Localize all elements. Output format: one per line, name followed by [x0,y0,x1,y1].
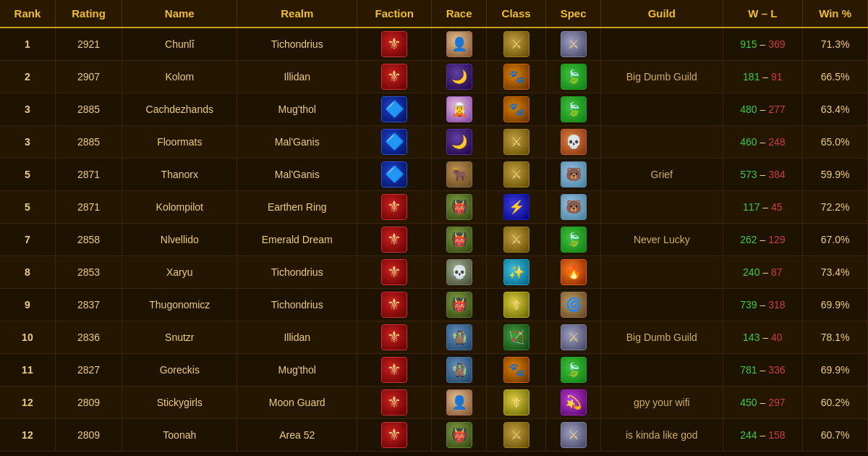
losses-value: 87 [771,266,783,278]
cell-name: Snutzr [122,321,237,354]
table-row[interactable]: 12 2809 Stickygirls Moon Guard ⚜ 👤 🗡 💫 g… [0,387,868,419]
faction-icon: ⚜ [381,64,407,90]
cell-spec: 🍃 [546,61,601,93]
losses-value: 277 [768,104,785,115]
table-row[interactable]: 7 2858 Nlvellido Emerald Dream ⚜ 👹 ⚔ 🍃 N… [0,224,868,256]
cell-name: Kolompilot [122,191,237,224]
cell-race: 👤 [432,387,487,419]
cell-race: 💀 [432,256,487,289]
losses-value: 336 [768,364,785,376]
cell-class: ⚔ [486,224,545,256]
cell-wl: 915 – 369 [723,28,803,61]
cell-rank: 9 [0,289,55,321]
cell-spec: ⚔ [546,321,601,354]
wins-value: 573 [740,169,757,180]
cell-name: Floormats [122,126,237,159]
table-header: Rank Rating Name Realm Faction Race Clas… [0,0,868,28]
spec-icon: 🌀 [561,292,587,318]
cell-faction: ⚜ [357,224,432,256]
cell-guild: is kinda like god [601,419,723,452]
cell-rank: 2 [0,61,55,93]
class-icon: 🗡 [503,389,529,415]
col-faction: Faction [357,0,432,28]
cell-rank: 10 [0,321,55,354]
col-guild: Guild [601,0,723,28]
cell-race: 🧌 [432,354,487,387]
cell-winpct: 65.0% [803,126,868,159]
cell-name: Thanorx [122,159,237,191]
cell-rank: 3 [0,126,55,159]
faction-icon: ⚜ [381,422,407,448]
table-row[interactable]: 3 2885 Cachdezhands Mug'thol 🔷 🧝 🐾 🍃 480 [0,93,868,126]
cell-spec: 🐻 [546,159,601,191]
cell-rating: 2827 [55,354,122,387]
cell-class: ⚔ [486,159,545,191]
cell-faction: 🔷 [357,93,432,126]
col-class: Class [486,0,545,28]
wl-dash: – [760,136,768,148]
cell-wl: 240 – 87 [723,256,803,289]
wl-dash: – [762,201,771,213]
cell-faction: 🔷 [357,159,432,191]
col-spec: Spec [546,0,601,28]
cell-spec: 🍃 [546,354,601,387]
cell-spec: 🍃 [546,93,601,126]
table-row[interactable]: 10 2836 Snutzr Illidan ⚜ 🧌 🏹 ⚔ Big Dumb … [0,321,868,354]
class-icon: ⚡ [503,194,529,220]
race-icon: 🐂 [446,161,472,187]
wins-value: 739 [740,299,757,311]
cell-wl: 739 – 318 [723,289,803,321]
cell-name: Toonah [122,419,237,452]
cell-rating: 2871 [55,159,122,191]
wins-value: 240 [743,266,760,278]
faction-icon: ⚜ [381,31,407,57]
cell-guild [601,289,723,321]
cell-faction: ⚜ [357,289,432,321]
cell-guild [601,256,723,289]
wl-dash: – [760,234,768,245]
cell-class: ⚔ [486,126,545,159]
table-row[interactable]: 8 2853 Xaryu Tichondrius ⚜ 💀 ✨ 🔥 240 [0,256,868,289]
cell-race: 🧝 [432,93,487,126]
wins-value: 450 [740,397,757,408]
cell-winpct: 78.1% [803,321,868,354]
table-row[interactable]: 5 2871 Kolompilot Earthen Ring ⚜ 👹 ⚡ 🐻 1… [0,191,868,224]
wins-value: 181 [743,71,760,83]
cell-winpct: 60.2% [803,387,868,419]
spec-icon: 💫 [561,389,587,415]
table-row[interactable]: 3 2885 Floormats Mal'Ganis 🔷 🌙 ⚔ 💀 460 [0,126,868,159]
cell-rating: 2921 [55,28,122,61]
table-row[interactable]: 9 2837 Thugonomicz Tichondrius ⚜ 👹 🗡 🌀 7… [0,289,868,321]
cell-spec: ⚔ [546,28,601,61]
cell-winpct: 73.4% [803,256,868,289]
spec-icon: 🍃 [561,64,587,90]
table-row[interactable]: 11 2827 Goreckis Mug'thol ⚜ 🧌 🐾 🍃 781 [0,354,868,387]
class-icon: ⚔ [503,161,529,187]
col-name: Name [122,0,237,28]
cell-rank: 11 [0,354,55,387]
cell-guild [601,354,723,387]
cell-name: Cachdezhands [122,93,237,126]
class-icon: 🐾 [503,64,529,90]
cell-rating: 2885 [55,93,122,126]
table-row[interactable]: 1 2921 Chunlî Tichondrius ⚜ 👤 ⚔ ⚔ 915 [0,28,868,61]
wl-dash: – [760,364,768,376]
cell-faction: ⚜ [357,387,432,419]
cell-rating: 2853 [55,256,122,289]
table-row[interactable]: 12 2809 Toonah Area 52 ⚜ 👹 ⚔ ⚔ is kinda … [0,419,868,452]
spec-icon: 🍃 [561,227,587,253]
spec-icon: 🍃 [561,357,587,383]
col-winpct: Win % [803,0,868,28]
table-row[interactable]: 5 2871 Thanorx Mal'Ganis 🔷 🐂 ⚔ 🐻 Grief 5… [0,159,868,191]
cell-name: Nlvellido [122,224,237,256]
cell-race: 🐂 [432,159,487,191]
cell-realm: Tichondrius [237,28,357,61]
cell-name: Stickygirls [122,387,237,419]
cell-rating: 2836 [55,321,122,354]
table-row[interactable]: 2 2907 Kolom Illidan ⚜ 🌙 🐾 🍃 Big Dumb Gu… [0,61,868,93]
faction-icon: 🔷 [381,129,407,155]
cell-winpct: 72.2% [803,191,868,224]
col-rating: Rating [55,0,122,28]
cell-guild [601,126,723,159]
losses-value: 384 [768,169,785,180]
